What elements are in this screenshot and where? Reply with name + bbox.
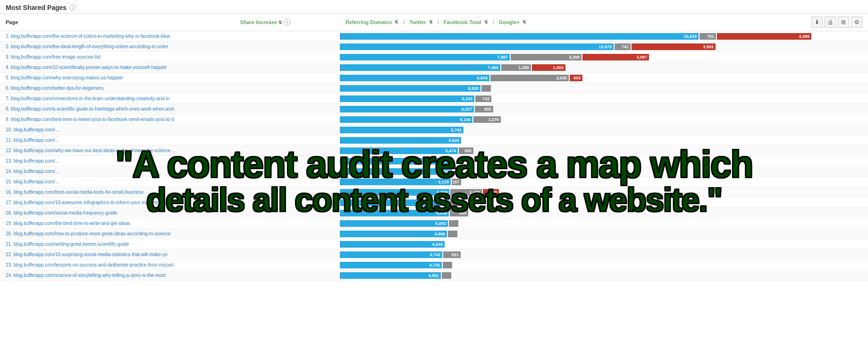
facebook-bar: 865: [450, 210, 468, 216]
cell-page: 8. blog.bufferapp.com/a-scientific-guide…: [0, 106, 179, 112]
grid-button[interactable]: ⊞: [838, 17, 849, 28]
table-row[interactable]: 1. blog.bufferapp.com/the-science-of-col…: [0, 31, 868, 42]
cell-page: 14. blog.bufferapp.com/...: [0, 169, 179, 174]
twitter-bar: 5,620: [340, 137, 461, 144]
cell-bars: 16,6337514,388: [340, 32, 868, 41]
cell-page: 16. blog.bufferapp.com/best-social-media…: [0, 190, 179, 195]
table-row[interactable]: 11. blog.bufferapp.com/...5,620: [0, 135, 868, 146]
table-row[interactable]: 16. blog.bufferapp.com/best-social-media…: [0, 187, 868, 198]
sort-icon-facebook[interactable]: ⇅: [484, 20, 488, 25]
cell-page: 15. blog.bufferapp.com/...: [0, 179, 179, 184]
sort-icon-google[interactable]: ⇅: [522, 20, 526, 25]
referring-domains-label[interactable]: Referring Domains: [346, 19, 392, 25]
google-bar: 3,087: [582, 54, 649, 60]
table-row[interactable]: 8. blog.bufferapp.com/a-scientific-guide…: [0, 104, 868, 114]
cell-page: 22. blog.bufferapp.com/10-surprising-soc…: [0, 252, 179, 257]
cell-bars: 5,741: [340, 126, 868, 134]
twitter-bar: 6,154: [340, 116, 472, 123]
table-row[interactable]: 18. blog.bufferapp.com/social-media-freq…: [0, 208, 868, 218]
table-row[interactable]: 3. blog.bufferapp.com/free-image-sources…: [0, 52, 868, 62]
twitter-bar: 4,742: [340, 251, 442, 258]
col-share-increase-header[interactable]: Share Increase ⇅ ?: [185, 19, 346, 26]
cell-bars: 5,620: [340, 136, 868, 145]
table-row[interactable]: 4. blog.bufferapp.com/10-scientifically-…: [0, 62, 868, 73]
twitter-bar: 5,068: [340, 189, 449, 196]
table-row[interactable]: 6. blog.bufferapp.com/twitter-tips-for-b…: [0, 83, 868, 94]
twitter-bar: 6,233: [340, 95, 474, 102]
columns-header: Page Share Increase ⇅ ? Referring Domain…: [0, 14, 868, 31]
cell-page: 17. blog.bufferapp.com/10-awesome-infogr…: [0, 200, 179, 205]
google-bar: 3,902: [632, 43, 716, 50]
table-row[interactable]: 2. blog.bufferapp.com/the-ideal-length-o…: [0, 42, 868, 52]
cell-bars: 12,6737413,902: [340, 43, 868, 51]
sort-icon-share[interactable]: ⇅: [278, 20, 282, 25]
table-row[interactable]: 5. blog.bufferapp.com/why-exercising-mak…: [0, 73, 868, 83]
cell-bars: 5,246: [340, 157, 868, 165]
cell-page: 9. blog.bufferapp.com/best-time-to-tweet…: [0, 117, 179, 122]
print-button[interactable]: 🖨: [825, 17, 836, 28]
twitter-bar: 6,520: [340, 85, 480, 92]
sort-icon-twitter[interactable]: ⇅: [429, 20, 433, 25]
cell-page: 12. blog.bufferapp.com/why-we-have-our-b…: [0, 148, 179, 153]
table-row[interactable]: 7. blog.bufferapp.com/connections-in-the…: [0, 94, 868, 104]
cell-bars: 4,681: [340, 271, 868, 280]
facebook-bar: 3,299: [511, 54, 581, 60]
cell-bars: 6,1541,276: [340, 115, 868, 124]
cell-page: 3. blog.bufferapp.com/free-image-sources…: [0, 54, 179, 60]
cell-bars: 5,059865: [340, 209, 868, 217]
table-row[interactable]: 20. blog.bufferapp.com/how-to-produce-mo…: [0, 229, 868, 239]
settings-button[interactable]: ⚙: [851, 17, 862, 28]
col-referring-header: Referring Domains ⇅ / Twitter ⇅ / Facebo…: [346, 19, 811, 25]
cell-bars: 5,065680: [340, 198, 868, 207]
page-title: Most Shared Pages i: [6, 4, 76, 11]
table-row[interactable]: 23. blog.bufferapp.com/lessons-on-succes…: [0, 260, 868, 270]
cell-page: 1. blog.bufferapp.com/the-science-of-col…: [0, 34, 179, 39]
table-row[interactable]: 22. blog.bufferapp.com/10-surprising-soc…: [0, 250, 868, 260]
table-row[interactable]: 9. blog.bufferapp.com/best-time-to-tweet…: [0, 114, 868, 125]
google-col-label[interactable]: Google+: [499, 19, 520, 25]
table-row[interactable]: 13. blog.bufferapp.com/...5,246: [0, 156, 868, 166]
download-button[interactable]: ⬇: [811, 17, 823, 28]
facebook-bar: [449, 220, 458, 227]
facebook-bar: 751: [699, 33, 716, 40]
facebook-bar: [481, 85, 491, 92]
sort-icon-referring[interactable]: ⇅: [395, 20, 398, 25]
twitter-bar: 16,633: [340, 33, 699, 40]
facebook-bar: [448, 231, 457, 237]
cell-bars: 5,003: [340, 219, 868, 228]
facebook-bar: [443, 262, 452, 268]
twitter-bar: 4,848: [340, 241, 445, 248]
table-row[interactable]: 10. blog.bufferapp.com/...5,741: [0, 125, 868, 135]
twitter-bar: 5,065: [340, 199, 449, 206]
table-row[interactable]: 24. blog.bufferapp.com/science-of-storyt…: [0, 270, 868, 281]
table-row[interactable]: 17. blog.bufferapp.com/10-awesome-infogr…: [0, 198, 868, 208]
twitter-bar: 4,735: [340, 262, 442, 268]
twitter-col-label[interactable]: Twitter: [409, 19, 426, 25]
table-row[interactable]: 19. blog.bufferapp.com/the-best-time-to-…: [0, 218, 868, 229]
cell-page: 18. blog.bufferapp.com/social-media-freq…: [0, 210, 179, 215]
cell-bars: 4,966: [340, 230, 868, 238]
twitter-bar: 5,474: [340, 147, 458, 154]
twitter-bar: 5,741: [340, 127, 463, 133]
cell-page: 21. blog.bufferapp.com/writing-great-twe…: [0, 241, 179, 247]
twitter-bar: 5,003: [340, 220, 448, 227]
info-icon[interactable]: i: [69, 4, 76, 11]
table-row[interactable]: 12. blog.bufferapp.com/why-we-have-our-b…: [0, 146, 868, 156]
table-row[interactable]: 14. blog.bufferapp.com/...5,208: [0, 166, 868, 177]
facebook-bar: 680: [450, 199, 464, 206]
cell-page: 19. blog.bufferapp.com/the-best-time-to-…: [0, 221, 179, 226]
facebook-bar: [442, 272, 451, 279]
cell-bars: 5,208: [340, 167, 868, 176]
col-page-header: Page: [6, 19, 185, 25]
facebook-bar: 742: [475, 95, 491, 102]
twitter-bar: 5,139: [340, 179, 451, 185]
table-row[interactable]: 21. blog.bufferapp.com/writing-great-twe…: [0, 239, 868, 250]
facebook-bar: 1,385: [501, 64, 531, 71]
table-row[interactable]: 15. blog.bufferapp.com/...5,139197: [0, 177, 868, 187]
facebook-col-label[interactable]: Facebook Total: [444, 19, 481, 25]
facebook-bar: 821: [443, 251, 461, 258]
google-bar: 1,563: [532, 64, 565, 71]
twitter-bar: 4,966: [340, 231, 447, 237]
info-icon-share[interactable]: ?: [284, 19, 290, 26]
facebook-bar: 855: [475, 106, 493, 112]
